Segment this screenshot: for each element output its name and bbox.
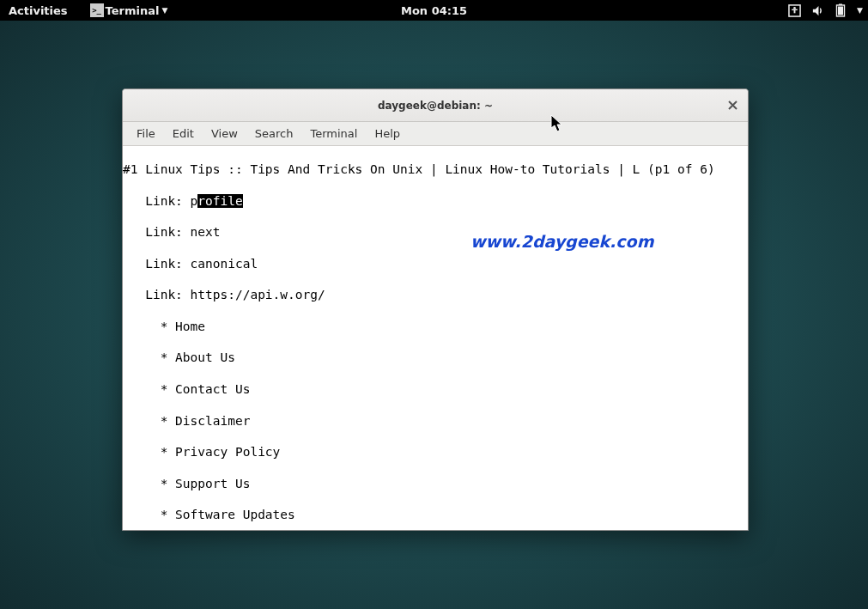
nav-about: * About Us [123,350,748,365]
svg-rect-6 [838,7,843,15]
svg-rect-3 [792,9,798,9]
accessibility-icon[interactable] [788,4,801,17]
clock[interactable]: Mon 04:15 [401,4,467,17]
page-header: #1 Linux Tips :: Tips And Tricks On Unix… [123,161,748,177]
nav-updates: * Software Updates [123,507,748,522]
link-profile: Link: profile [123,193,748,209]
menubar: File Edit View Search Terminal Help [123,122,748,146]
nav-home: * Home [123,319,748,334]
link-canonical: Link: canonical [123,256,748,271]
app-menu-label: Terminal [106,4,160,17]
menu-terminal[interactable]: Terminal [301,124,366,143]
terminal-viewport[interactable]: #1 Linux Tips :: Tips And Tricks On Unix… [123,146,748,530]
gnome-topbar: Activities >_ Terminal ▼ Mon 04:15 ▼ [0,0,868,21]
terminal-window: daygeek@debian: ~ File Edit View Search … [122,88,749,531]
menu-file[interactable]: File [128,124,164,143]
menu-edit[interactable]: Edit [164,124,203,143]
menu-view[interactable]: View [203,124,246,143]
app-menu-button[interactable]: >_ Terminal ▼ [76,0,177,21]
nav-disclaimer: * Disclaimer [123,413,748,429]
chevron-down-icon: ▼ [161,6,167,15]
close-icon [728,100,737,110]
svg-point-1 [793,6,796,9]
nav-contact: * Contact Us [123,381,748,397]
window-title: daygeek@debian: ~ [378,100,493,112]
menu-help[interactable]: Help [366,124,409,143]
link-next: Link: next [123,224,748,240]
volume-icon[interactable] [811,4,824,17]
cursor-highlight: rofile [197,194,242,208]
battery-icon[interactable] [835,3,847,17]
system-menu-chevron-icon[interactable]: ▼ [857,6,863,15]
activities-button[interactable]: Activities [0,0,76,21]
window-close-button[interactable] [725,98,739,112]
nav-privacy: * Privacy Policy [123,444,748,460]
nav-support: * Support Us [123,476,748,491]
menu-search[interactable]: Search [246,124,302,143]
link-api: Link: https://api.w.org/ [123,287,748,302]
window-titlebar[interactable]: daygeek@debian: ~ [123,89,748,122]
terminal-app-icon: >_ [90,3,104,17]
